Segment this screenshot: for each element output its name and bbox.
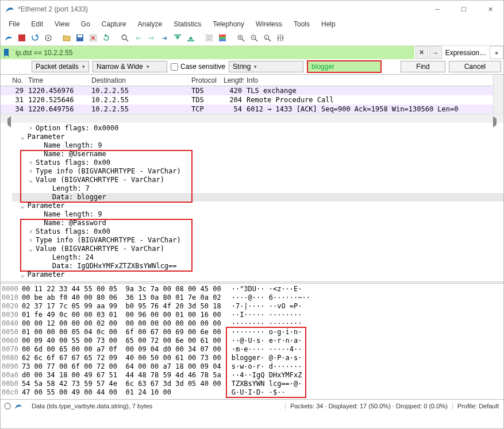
tree-node[interactable]: Name length: 9 [12, 141, 503, 150]
tree-node[interactable]: ⌄Value (BIGVARCHRTYPE - VarChar) [12, 176, 503, 184]
options-icon[interactable] [43, 32, 54, 44]
prev-icon[interactable]: ⇦ [132, 32, 144, 44]
col-no[interactable]: No. [1, 76, 26, 84]
packet-row[interactable]: 311220.52564610.2.2.55TDS204Remote Proce… [1, 95, 493, 105]
close-button[interactable]: ✕ [477, 1, 503, 18]
open-file-icon[interactable] [61, 32, 72, 44]
tree-node[interactable]: Name: @Username [12, 150, 503, 159]
find-icon[interactable] [119, 32, 130, 44]
tree-node[interactable]: ⌄Parameter [12, 202, 503, 210]
hex-bytes[interactable]: 00 09 40 00 55 00 73 00 65 00 72 00 6e 0… [22, 337, 221, 345]
menu-statistics[interactable]: Statistics [169, 19, 206, 29]
hex-ascii[interactable]: s·w·o·r· d······· [232, 362, 310, 371]
hex-ascii[interactable]: ·m·e···· ·····4·· [232, 345, 310, 354]
next-icon[interactable]: ⇨ [145, 32, 157, 44]
filter-bookmark-icon[interactable] [1, 46, 12, 59]
menu-help[interactable]: Help [317, 19, 340, 29]
maximize-button[interactable]: ☐ [451, 1, 477, 18]
hex-bytes[interactable]: 00 11 22 33 44 55 00 05 9a 3c 7a 00 08 0… [22, 285, 221, 293]
packet-bytes-pane[interactable]: 0000001000200030004000500060007000800090… [1, 284, 503, 399]
goto-first-icon[interactable] [172, 32, 183, 44]
hex-bytes[interactable]: 00 be ab f0 40 00 80 06 36 13 0a 80 01 7… [22, 293, 221, 302]
col-dst[interactable]: Destination [89, 76, 189, 84]
add-filter-button[interactable]: + [490, 46, 503, 59]
hex-bytes[interactable]: 01 00 00 00 05 04 0c 00 6f 00 67 00 69 0… [22, 328, 221, 337]
goto-last-icon[interactable] [185, 32, 197, 44]
menu-tools[interactable]: Tools [289, 19, 314, 29]
tree-node[interactable]: Name length: 9 [12, 210, 503, 219]
hex-bytes[interactable]: 73 00 77 00 6f 00 72 00 64 00 00 a7 18 0… [22, 362, 221, 371]
tree-node[interactable]: Name: @Password [12, 219, 503, 227]
hex-bytes[interactable]: 00 00 12 00 00 00 02 00 00 00 00 00 00 0… [22, 319, 221, 328]
tree-node[interactable]: ⌄Parameter [12, 270, 503, 279]
case-sensitive-checkbox[interactable]: Case sensitive [171, 63, 225, 71]
restart-capture-icon[interactable] [29, 32, 41, 44]
tree-node[interactable]: ›Type info (BIGVARCHRTYPE - VarChar) [12, 167, 503, 176]
tree-node[interactable]: Length: 24 [12, 253, 503, 262]
hex-bytes[interactable]: 54 5a 58 42 73 59 57 4e 6c 63 67 3d 3d 0… [22, 380, 221, 388]
hex-bytes[interactable]: 02 37 17 7c 05 99 aa 99 b0 95 76 4f 20 3… [22, 302, 221, 311]
packet-list-hscrollbar[interactable] [1, 114, 503, 123]
clear-filter-button[interactable]: ✕ [415, 46, 428, 59]
tree-node[interactable]: ›Status flags: 0x00 [12, 227, 503, 236]
hex-bytes[interactable]: 01 fe 49 0c 00 00 03 01 00 96 00 00 01 0… [22, 311, 221, 319]
save-file-icon[interactable] [74, 32, 86, 44]
hex-ascii[interactable]: ··@·U·s· e·r·n·a· [232, 337, 310, 345]
tree-node[interactable]: ⌄Parameter [12, 133, 503, 141]
tree-node[interactable]: ›Status flags: 0x00 [12, 159, 503, 167]
find-button[interactable]: Find [401, 61, 445, 72]
resize-columns-icon[interactable] [275, 32, 286, 44]
tree-node[interactable]: Length: 7 [12, 184, 503, 193]
menu-wireless[interactable]: Wireless [251, 19, 287, 29]
hex-ascii[interactable]: ····@··· 6······~·· [232, 293, 310, 302]
col-time[interactable]: Time [26, 76, 89, 84]
close-file-icon[interactable] [87, 32, 99, 44]
hex-ascii[interactable]: ··"3DU·· ·<z···E· [232, 285, 310, 293]
colorize-icon[interactable] [217, 32, 228, 44]
hex-ascii[interactable]: ·7·|···· ··vO =P· [232, 302, 310, 311]
col-info[interactable]: Info [244, 76, 493, 84]
shark-fin-icon[interactable] [3, 32, 14, 44]
reload-icon[interactable] [101, 32, 112, 44]
packet-row[interactable]: 341220.64975610.2.2.55TCP546012 → 1433 [… [1, 105, 493, 114]
cancel-button[interactable]: Cancel [449, 61, 501, 72]
tree-node[interactable]: Data: IgQDHxYMFxZTZXBsYWNlcg== [12, 262, 503, 270]
hex-bytes[interactable]: 00 6d 00 65 00 00 a7 0f 00 09 04 d0 00 3… [22, 345, 221, 354]
display-filter-input[interactable] [12, 46, 414, 59]
status-profile[interactable]: Profile: Default [453, 403, 503, 409]
apply-filter-button[interactable]: → [429, 46, 442, 59]
hex-bytes[interactable]: d0 00 34 18 00 49 67 51 44 48 78 59 4d 4… [22, 371, 221, 380]
hex-ascii[interactable]: TZXBsYWN lcg==·@· [232, 380, 310, 388]
tree-node[interactable]: ›Option flags: 0x0000 [12, 124, 503, 133]
hex-bytes[interactable]: 47 00 55 00 49 00 44 00 01 24 10 00 [22, 388, 221, 397]
hex-ascii[interactable]: ··4··IgQ DHxYMFxZ [232, 371, 310, 380]
menu-file[interactable]: File [4, 19, 24, 29]
menu-edit[interactable]: Edit [26, 19, 48, 29]
search-scope-dropdown[interactable]: Packet details [32, 61, 89, 72]
zoom-in-icon[interactable] [235, 32, 247, 44]
packet-details-pane[interactable]: ›Option flags: 0x0000 ⌄Parameter Name le… [1, 123, 503, 281]
packet-row[interactable]: 291220.45697610.2.2.55TDS420TLS exchange [1, 86, 493, 95]
search-charset-dropdown[interactable]: Narrow & Wide [93, 61, 167, 72]
hex-ascii[interactable]: ········ o·g·i·n· [232, 328, 310, 337]
zoom-out-icon[interactable] [248, 32, 260, 44]
col-proto[interactable]: Protocol [189, 76, 221, 84]
packet-list-vscrollbar[interactable] [493, 75, 503, 114]
hex-ascii[interactable]: ········ ········ [232, 319, 310, 328]
menu-view[interactable]: View [50, 19, 74, 29]
tree-node[interactable]: Data: blogger [12, 193, 503, 202]
expression-button[interactable]: Expression… [442, 46, 490, 59]
search-term-input[interactable]: blogger [307, 60, 382, 73]
menu-go[interactable]: Go [76, 19, 95, 29]
jump-icon[interactable]: ➔ [159, 32, 170, 44]
tree-node[interactable]: ›Type info (BIGVARCHRTYPE - VarChar) [12, 236, 503, 245]
zoom-reset-icon[interactable]: 1 [261, 32, 273, 44]
autoscroll-icon[interactable] [203, 32, 215, 44]
stop-capture-icon[interactable] [16, 32, 28, 44]
col-len[interactable]: Length [221, 76, 244, 84]
menu-telephony[interactable]: Telephony [208, 19, 249, 29]
hex-ascii[interactable]: G·U·I·D· ·$·· [232, 388, 310, 397]
minimize-button[interactable]: ─ [424, 1, 451, 18]
hex-bytes[interactable]: 62 6c 6f 67 67 65 72 09 40 00 50 00 61 0… [22, 354, 221, 362]
tree-node[interactable]: ⌄Value (BIGVARCHRTYPE - VarChar) [12, 245, 503, 253]
